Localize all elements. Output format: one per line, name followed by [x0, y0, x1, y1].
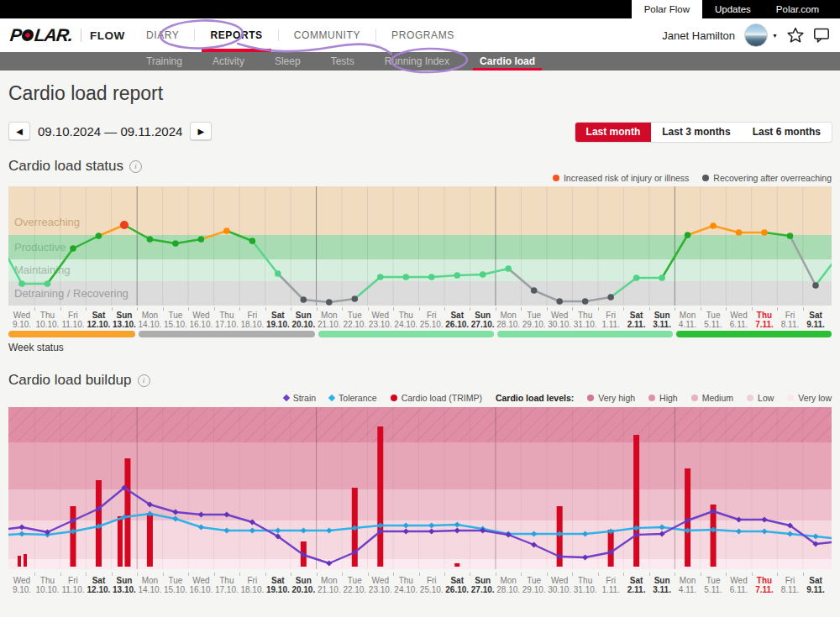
period-button-last-6-months[interactable]: Last 6 months	[742, 123, 832, 142]
status-point	[787, 233, 794, 239]
axis-day: Wed	[726, 576, 752, 585]
feedback-bubble-icon[interactable]	[813, 27, 830, 44]
polar-flow-app: Polar FlowUpdatesPolar.com PLAR. FLOW DI…	[0, 0, 840, 617]
legend-item-increased-risk-of-injury-or-illness: Increased risk of injury or illness	[553, 173, 689, 183]
axis-date: 13.10.	[111, 585, 137, 594]
menu-item-community[interactable]: COMMUNITY	[279, 18, 375, 52]
status-point	[761, 229, 768, 236]
axis-day: Thu	[572, 576, 598, 585]
axis-day: Tue	[342, 576, 368, 585]
axis-day: Mon	[496, 576, 522, 585]
subnav-item-sleep[interactable]: Sleep	[260, 52, 316, 71]
axis-label-sat-12-10: Sat12.10.	[86, 576, 112, 594]
status-point	[531, 287, 538, 294]
axis-label-thu-10-10: Thu10.10.	[34, 311, 60, 329]
axis-label-wed-6-11: Wed6.11.	[726, 576, 752, 594]
axis-date: 19.10.	[265, 320, 291, 329]
legend-label: Cardio load (TRIMP)	[402, 393, 482, 403]
status-point	[326, 299, 333, 306]
status-point	[607, 294, 614, 301]
axis-label-mon-28-10: Mon28.10.	[496, 576, 522, 594]
axis-date: 3.11.	[649, 320, 675, 329]
subnav-item-running-index[interactable]: Running Index	[370, 52, 465, 71]
axis-date: 5.11.	[701, 320, 727, 329]
axis-date: 28.10.	[496, 585, 522, 594]
status-legend: Increased risk of injury or illnessRecov…	[553, 173, 832, 183]
axis-day: Sat	[803, 576, 829, 585]
axis-day: Tue	[162, 311, 188, 320]
legend-label: Increased risk of injury or illness	[564, 173, 689, 183]
axis-day: Wed	[9, 311, 35, 320]
polar-logo[interactable]: PLAR. FLOW	[10, 18, 125, 52]
dot-icon	[391, 395, 397, 401]
band-hatch	[8, 407, 832, 442]
topbar-tab-polar-com[interactable]: Polar.com	[764, 0, 832, 18]
info-icon[interactable]: i	[138, 374, 150, 387]
status-point	[402, 274, 409, 280]
axis-label-tue-29-10: Tue29.10.	[521, 311, 547, 329]
axis-label-sat-19-10: Sat19.10.	[265, 576, 291, 594]
period-button-last-3-months[interactable]: Last 3 months	[651, 123, 741, 142]
axis-day: Sat	[444, 311, 470, 320]
legend-item-strain: Strain	[284, 393, 316, 403]
axis-date: 10.10.	[34, 320, 60, 329]
legend-label: Low	[758, 393, 774, 403]
avatar[interactable]	[744, 24, 768, 47]
axis-label-sun-13-10: Sun13.10.	[111, 576, 137, 594]
axis-date: 1.11.	[598, 585, 624, 594]
status-line-segment	[457, 275, 482, 275]
status-point	[582, 298, 589, 305]
axis-label-fri-25-10: Fri25.10.	[418, 311, 444, 329]
topbar-tab-polar-flow[interactable]: Polar Flow	[632, 0, 702, 18]
subnav-item-cardio-load[interactable]: Cardio load	[465, 52, 550, 71]
axis-date: 20.10.	[291, 585, 317, 594]
date-range-text: 09.10.2024 — 09.11.2024	[38, 124, 182, 139]
favorites-star-icon[interactable]	[787, 27, 804, 44]
period-button-last-month[interactable]: Last month	[575, 123, 652, 142]
status-point	[172, 240, 179, 247]
status-point	[147, 236, 154, 243]
dot-icon	[553, 175, 559, 181]
buildup-section-head: Cardio load buildup i	[8, 372, 150, 389]
axis-label-sun-20-10: Sun20.10.	[291, 576, 317, 594]
axis-date: 8.11.	[777, 585, 803, 594]
axis-day: Sat	[803, 311, 829, 320]
page-content: Cardio load report ◀ 09.10.2024 — 09.11.…	[0, 71, 840, 617]
axis-label-fri-25-10: Fri25.10.	[418, 576, 444, 594]
axis-label-thu-17-10: Thu17.10.	[213, 311, 239, 329]
legend-label: Very low	[798, 393, 832, 403]
week-status-bar	[8, 331, 832, 337]
axis-day: Thu	[393, 311, 419, 320]
axis-day: Mon	[137, 311, 163, 320]
subnav-item-activity[interactable]: Activity	[197, 52, 260, 71]
axis-label-thu-31-10: Thu31.10.	[572, 311, 598, 329]
menu-item-reports[interactable]: REPORTS	[195, 18, 277, 52]
axis-label-thu-7-11: Thu7.11.	[752, 311, 778, 329]
chevron-down-icon[interactable]: ▼	[772, 33, 778, 39]
axis-date: 3.11.	[649, 585, 675, 594]
axis-date: 7.11.	[752, 320, 778, 329]
zone-detraining-recovering	[8, 281, 832, 306]
menu-item-programs[interactable]: PROGRAMS	[376, 18, 470, 52]
topbar-tab-updates[interactable]: Updates	[702, 0, 764, 18]
subnav-item-tests[interactable]: Tests	[316, 52, 370, 71]
info-icon[interactable]: i	[129, 160, 142, 173]
axis-label-fri-8-11: Fri8.11.	[777, 311, 803, 329]
axis-day: Fri	[418, 311, 444, 320]
axis-day: Mon	[316, 576, 342, 585]
subnav-item-training[interactable]: Training	[131, 52, 197, 71]
main-menu: DIARYREPORTSCOMMUNITYPROGRAMS	[131, 18, 470, 52]
status-point	[377, 274, 384, 280]
axis-date: 17.10.	[213, 585, 239, 594]
prev-period-button[interactable]: ◀	[8, 122, 30, 140]
axis-label-thu-17-10: Thu17.10.	[213, 576, 239, 594]
menu-item-diary[interactable]: DIARY	[131, 18, 194, 52]
axis-date: 31.10.	[572, 320, 598, 329]
zone-label: Productive	[14, 241, 66, 254]
trimp-bar	[377, 426, 383, 567]
axis-day: Sun	[291, 311, 317, 320]
next-period-button[interactable]: ▶	[190, 122, 212, 140]
axis-date: 5.11.	[701, 585, 727, 594]
user-name[interactable]: Janet Hamilton	[662, 29, 735, 42]
axis-day: Sun	[649, 576, 675, 585]
